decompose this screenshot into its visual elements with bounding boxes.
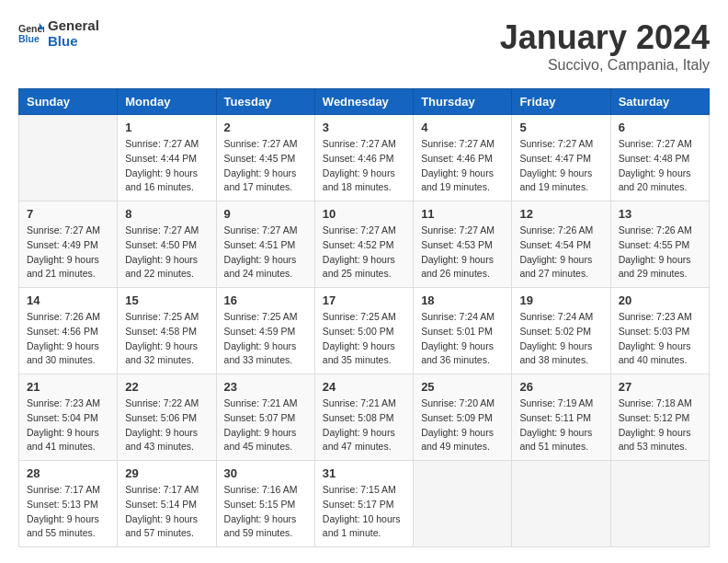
day-info: Sunrise: 7:25 AM Sunset: 4:59 PM Dayligh… bbox=[224, 310, 307, 368]
day-info: Sunrise: 7:22 AM Sunset: 5:06 PM Dayligh… bbox=[125, 396, 208, 454]
calendar-cell: 23Sunrise: 7:21 AM Sunset: 5:07 PM Dayli… bbox=[216, 374, 314, 461]
calendar-cell: 12Sunrise: 7:26 AM Sunset: 4:54 PM Dayli… bbox=[512, 201, 610, 288]
day-number: 3 bbox=[323, 121, 405, 134]
calendar-cell: 16Sunrise: 7:25 AM Sunset: 4:59 PM Dayli… bbox=[216, 288, 314, 374]
weekday-header-monday: Monday bbox=[118, 89, 216, 115]
day-number: 20 bbox=[619, 293, 701, 307]
day-info: Sunrise: 7:27 AM Sunset: 4:46 PM Dayligh… bbox=[421, 137, 504, 195]
day-info: Sunrise: 7:26 AM Sunset: 4:55 PM Dayligh… bbox=[619, 224, 701, 282]
weekday-header-sunday: Sunday bbox=[19, 89, 118, 115]
calendar-cell bbox=[512, 461, 610, 547]
day-info: Sunrise: 7:15 AM Sunset: 5:17 PM Dayligh… bbox=[323, 483, 405, 541]
day-number: 9 bbox=[224, 207, 307, 221]
calendar-cell: 4Sunrise: 7:27 AM Sunset: 4:46 PM Daylig… bbox=[414, 115, 512, 201]
calendar-cell bbox=[19, 115, 118, 201]
calendar-cell: 31Sunrise: 7:15 AM Sunset: 5:17 PM Dayli… bbox=[314, 461, 413, 547]
calendar-week-row-2: 7Sunrise: 7:27 AM Sunset: 4:49 PM Daylig… bbox=[19, 201, 710, 288]
day-number: 26 bbox=[519, 380, 602, 394]
calendar-cell: 14Sunrise: 7:26 AM Sunset: 4:56 PM Dayli… bbox=[19, 288, 118, 374]
day-number: 4 bbox=[421, 121, 504, 134]
calendar-cell: 18Sunrise: 7:24 AM Sunset: 5:01 PM Dayli… bbox=[414, 288, 512, 374]
day-info: Sunrise: 7:27 AM Sunset: 4:53 PM Dayligh… bbox=[421, 224, 504, 282]
day-number: 25 bbox=[421, 380, 504, 394]
day-number: 17 bbox=[323, 293, 405, 307]
calendar-cell: 6Sunrise: 7:27 AM Sunset: 4:48 PM Daylig… bbox=[610, 115, 709, 201]
calendar-cell: 8Sunrise: 7:27 AM Sunset: 4:50 PM Daylig… bbox=[118, 201, 216, 288]
calendar-cell: 24Sunrise: 7:21 AM Sunset: 5:08 PM Dayli… bbox=[314, 374, 413, 461]
day-info: Sunrise: 7:21 AM Sunset: 5:08 PM Dayligh… bbox=[323, 396, 405, 454]
day-info: Sunrise: 7:25 AM Sunset: 4:58 PM Dayligh… bbox=[125, 310, 208, 368]
calendar-header: General Blue General Blue January 2024 S… bbox=[18, 18, 710, 74]
day-info: Sunrise: 7:25 AM Sunset: 5:00 PM Dayligh… bbox=[323, 310, 405, 368]
calendar-cell: 27Sunrise: 7:18 AM Sunset: 5:12 PM Dayli… bbox=[610, 374, 709, 461]
day-info: Sunrise: 7:16 AM Sunset: 5:15 PM Dayligh… bbox=[224, 483, 307, 541]
day-number: 8 bbox=[125, 207, 208, 221]
calendar-cell: 29Sunrise: 7:17 AM Sunset: 5:14 PM Dayli… bbox=[118, 461, 216, 547]
calendar-cell: 26Sunrise: 7:19 AM Sunset: 5:11 PM Dayli… bbox=[512, 374, 610, 461]
day-number: 14 bbox=[27, 293, 109, 307]
day-number: 27 bbox=[619, 380, 701, 394]
day-info: Sunrise: 7:27 AM Sunset: 4:44 PM Dayligh… bbox=[125, 137, 208, 195]
calendar-cell: 17Sunrise: 7:25 AM Sunset: 5:00 PM Dayli… bbox=[314, 288, 413, 374]
day-info: Sunrise: 7:27 AM Sunset: 4:52 PM Dayligh… bbox=[323, 224, 405, 282]
day-number: 24 bbox=[323, 380, 405, 394]
calendar-cell: 22Sunrise: 7:22 AM Sunset: 5:06 PM Dayli… bbox=[118, 374, 216, 461]
calendar-cell: 11Sunrise: 7:27 AM Sunset: 4:53 PM Dayli… bbox=[414, 201, 512, 288]
calendar-cell: 1Sunrise: 7:27 AM Sunset: 4:44 PM Daylig… bbox=[118, 115, 216, 201]
day-number: 5 bbox=[519, 121, 602, 134]
calendar-cell: 9Sunrise: 7:27 AM Sunset: 4:51 PM Daylig… bbox=[216, 201, 314, 288]
day-number: 19 bbox=[519, 293, 602, 307]
weekday-header-thursday: Thursday bbox=[414, 89, 512, 115]
day-info: Sunrise: 7:20 AM Sunset: 5:09 PM Dayligh… bbox=[421, 396, 504, 454]
calendar-week-row-3: 14Sunrise: 7:26 AM Sunset: 4:56 PM Dayli… bbox=[19, 288, 710, 374]
day-number: 22 bbox=[125, 380, 208, 394]
calendar-cell: 20Sunrise: 7:23 AM Sunset: 5:03 PM Dayli… bbox=[610, 288, 709, 374]
weekday-header-friday: Friday bbox=[512, 89, 610, 115]
title-area: January 2024 Succivo, Campania, Italy bbox=[500, 18, 710, 74]
calendar-cell: 10Sunrise: 7:27 AM Sunset: 4:52 PM Dayli… bbox=[314, 201, 413, 288]
calendar-week-row-4: 21Sunrise: 7:23 AM Sunset: 5:04 PM Dayli… bbox=[19, 374, 710, 461]
svg-text:Blue: Blue bbox=[18, 32, 40, 43]
calendar-week-row-1: 1Sunrise: 7:27 AM Sunset: 4:44 PM Daylig… bbox=[19, 115, 710, 201]
day-number: 21 bbox=[27, 380, 109, 394]
day-number: 31 bbox=[323, 466, 405, 480]
day-number: 11 bbox=[421, 207, 504, 221]
calendar-cell: 19Sunrise: 7:24 AM Sunset: 5:02 PM Dayli… bbox=[512, 288, 610, 374]
calendar-cell: 30Sunrise: 7:16 AM Sunset: 5:15 PM Dayli… bbox=[216, 461, 314, 547]
day-info: Sunrise: 7:27 AM Sunset: 4:47 PM Dayligh… bbox=[519, 137, 602, 195]
day-number: 6 bbox=[619, 121, 701, 134]
calendar-cell: 21Sunrise: 7:23 AM Sunset: 5:04 PM Dayli… bbox=[19, 374, 118, 461]
logo-blue-text: Blue bbox=[48, 34, 99, 50]
day-number: 23 bbox=[224, 380, 307, 394]
day-info: Sunrise: 7:21 AM Sunset: 5:07 PM Dayligh… bbox=[224, 396, 307, 454]
day-info: Sunrise: 7:27 AM Sunset: 4:49 PM Dayligh… bbox=[27, 224, 109, 282]
day-info: Sunrise: 7:24 AM Sunset: 5:01 PM Dayligh… bbox=[421, 310, 504, 368]
day-info: Sunrise: 7:18 AM Sunset: 5:12 PM Dayligh… bbox=[619, 396, 701, 454]
day-info: Sunrise: 7:26 AM Sunset: 4:56 PM Dayligh… bbox=[27, 310, 109, 368]
day-info: Sunrise: 7:27 AM Sunset: 4:50 PM Dayligh… bbox=[125, 224, 208, 282]
day-info: Sunrise: 7:23 AM Sunset: 5:03 PM Dayligh… bbox=[619, 310, 701, 368]
calendar-title: January 2024 bbox=[500, 18, 710, 57]
weekday-header-saturday: Saturday bbox=[610, 89, 709, 115]
calendar-week-row-5: 28Sunrise: 7:17 AM Sunset: 5:13 PM Dayli… bbox=[19, 461, 710, 547]
calendar-cell: 5Sunrise: 7:27 AM Sunset: 4:47 PM Daylig… bbox=[512, 115, 610, 201]
day-info: Sunrise: 7:19 AM Sunset: 5:11 PM Dayligh… bbox=[519, 396, 602, 454]
day-number: 29 bbox=[125, 466, 208, 480]
day-number: 18 bbox=[421, 293, 504, 307]
calendar-cell: 25Sunrise: 7:20 AM Sunset: 5:09 PM Dayli… bbox=[414, 374, 512, 461]
day-number: 7 bbox=[27, 207, 109, 221]
calendar-cell: 15Sunrise: 7:25 AM Sunset: 4:58 PM Dayli… bbox=[118, 288, 216, 374]
logo: General Blue General Blue bbox=[18, 18, 99, 49]
day-info: Sunrise: 7:17 AM Sunset: 5:14 PM Dayligh… bbox=[125, 483, 208, 541]
calendar-cell: 2Sunrise: 7:27 AM Sunset: 4:45 PM Daylig… bbox=[216, 115, 314, 201]
weekday-header-tuesday: Tuesday bbox=[216, 89, 314, 115]
calendar-cell bbox=[610, 461, 709, 547]
day-info: Sunrise: 7:27 AM Sunset: 4:45 PM Dayligh… bbox=[224, 137, 307, 195]
day-number: 2 bbox=[224, 121, 307, 134]
day-info: Sunrise: 7:23 AM Sunset: 5:04 PM Dayligh… bbox=[27, 396, 109, 454]
day-info: Sunrise: 7:17 AM Sunset: 5:13 PM Dayligh… bbox=[27, 483, 109, 541]
logo-general-text: General bbox=[48, 18, 99, 34]
calendar-cell: 3Sunrise: 7:27 AM Sunset: 4:46 PM Daylig… bbox=[314, 115, 413, 201]
day-number: 16 bbox=[224, 293, 307, 307]
day-number: 1 bbox=[125, 121, 208, 134]
